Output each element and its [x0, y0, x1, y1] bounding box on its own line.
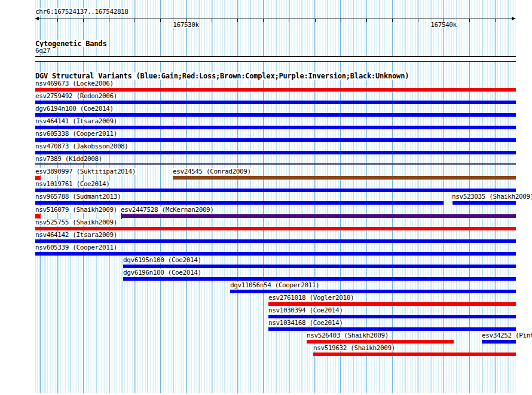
variant-label[interactable]: esv3890997 (Suktitipat2014)	[35, 168, 137, 175]
variant-bar[interactable]	[313, 353, 516, 356]
ruler-tick	[263, 19, 264, 22]
ruler-tick	[418, 19, 418, 22]
variant-bar[interactable]	[35, 163, 516, 165]
variant-label[interactable]: nsv523035 (Shaikh2009)	[452, 193, 532, 200]
variant-label[interactable]: esv2761018 (Vogler2010)	[268, 294, 355, 301]
variant-bar[interactable]	[123, 265, 516, 268]
variant-label[interactable]: nsv605339 (Cooper2011)	[35, 244, 118, 251]
ruler-tick	[469, 19, 470, 22]
ruler-tick-label: 167530k	[173, 22, 199, 28]
variant-label[interactable]: nsv469673 (Locke2006)	[35, 80, 115, 87]
ruler-tick	[341, 19, 341, 22]
ruler-tick	[83, 19, 84, 22]
variant-label[interactable]: nsv464142 (Itsara2009)	[35, 232, 118, 238]
variant-bar[interactable]	[123, 277, 516, 281]
variant-label[interactable]: esv2759492 (Redon2006)	[35, 93, 118, 99]
variant-bar[interactable]	[35, 189, 516, 192]
variant-bar[interactable]	[482, 340, 516, 344]
variant-bar[interactable]	[35, 88, 516, 92]
ruler-tick	[392, 19, 393, 22]
variant-bar-end-cap	[121, 213, 122, 219]
variant-bar[interactable]	[35, 138, 516, 142]
dgv-track-heading: DGV Structural Variants (Blue:Gain;Red:L…	[35, 72, 409, 80]
variant-bar[interactable]	[268, 302, 516, 306]
variant-bar[interactable]	[35, 239, 516, 243]
ruler-tick-label: 167540k	[430, 22, 457, 28]
variant-bar[interactable]	[35, 252, 516, 256]
variant-bar[interactable]	[173, 176, 516, 180]
variant-bar[interactable]	[35, 101, 516, 104]
variant-label[interactable]: esv34252 (Pint	[482, 332, 532, 339]
cytogenetic-band-box[interactable]	[35, 56, 516, 62]
variant-bar[interactable]	[121, 214, 516, 218]
region-title: chr6:167524137..167542818	[35, 8, 129, 15]
ruler-tick	[109, 19, 109, 22]
ruler-right-arrow-icon	[512, 17, 516, 20]
variant-bar[interactable]	[268, 327, 516, 331]
variant-bar[interactable]	[452, 201, 516, 205]
variant-bar[interactable]	[35, 176, 41, 180]
variant-bar[interactable]	[35, 214, 41, 218]
variant-bar[interactable]	[307, 340, 454, 344]
ruler-left-arrow-icon	[35, 17, 39, 20]
variant-bar[interactable]	[35, 151, 516, 154]
variant-label[interactable]: nsv7389 (Kidd2008)	[35, 156, 103, 162]
ruler-tick	[366, 19, 367, 22]
variant-bar[interactable]	[230, 290, 516, 293]
ruler-tick	[495, 19, 496, 22]
variant-label[interactable]: nsv470873 (Jakobsson2008)	[35, 143, 130, 150]
variant-label[interactable]: nsv519632 (Shaikh2009)	[313, 345, 396, 351]
ruler-tick	[57, 19, 58, 22]
variant-label[interactable]: esv2447528 (McKernan2009)	[121, 206, 215, 213]
ruler-tick	[134, 19, 135, 22]
variant-label[interactable]: dgv6194n100 (Coe2014)	[35, 105, 115, 112]
variant-bar[interactable]	[35, 113, 516, 117]
variant-bar[interactable]	[35, 126, 516, 129]
variant-label[interactable]: nsv965788 (Sudmant2013)	[35, 193, 122, 200]
variant-label[interactable]: nsv516079 (Shaikh2009)	[35, 206, 118, 213]
variant-label[interactable]: nsv1030394 (Coe2014)	[268, 307, 344, 314]
variant-bar[interactable]	[268, 315, 516, 318]
variant-label[interactable]: nsv1034168 (Coe2014)	[268, 320, 344, 326]
ruler-tick	[289, 19, 289, 22]
variant-bar[interactable]	[35, 227, 516, 230]
variant-bar[interactable]	[35, 201, 444, 205]
ruler-tick	[212, 19, 212, 22]
variant-label[interactable]: esv24545 (Conrad2009)	[173, 168, 252, 175]
ruler-line	[38, 19, 513, 19]
variant-label[interactable]: dgv6196n100 (Coe2014)	[123, 269, 203, 276]
cytogenetic-band-label: 6q27	[35, 47, 50, 54]
ruler-tick	[160, 19, 161, 22]
variant-label[interactable]: dgv11056n54 (Cooper2011)	[230, 282, 320, 288]
variant-label[interactable]: nsv525755 (Shaikh2009)	[35, 219, 118, 226]
ruler-tick	[315, 19, 316, 22]
ruler-tick	[237, 19, 238, 22]
variant-label[interactable]: nsv605338 (Cooper2011)	[35, 130, 118, 137]
variant-label[interactable]: dgv6195n100 (Coe2014)	[123, 257, 203, 263]
variant-label[interactable]: nsv1019761 (Coe2014)	[35, 181, 111, 187]
genome-browser-view: chr6:167524137..167542818 167530k167540k…	[0, 0, 532, 395]
variant-label[interactable]: nsv526403 (Shaikh2009)	[307, 332, 390, 339]
variant-label[interactable]: nsv464141 (Itsara2009)	[35, 118, 118, 124]
